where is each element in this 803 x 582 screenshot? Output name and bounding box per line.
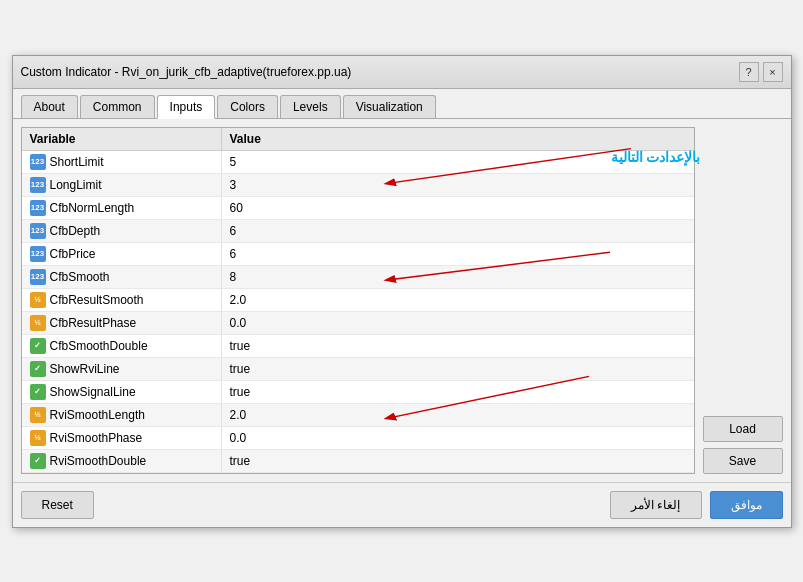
table-row[interactable]: ½ CfbResultSmooth 2.0 xyxy=(22,289,694,312)
bool-icon: ✓ xyxy=(30,384,46,400)
var-name-cell: ✓ ShowRviLine xyxy=(22,358,222,380)
var-name-cell: ½ RviSmoothPhase xyxy=(22,427,222,449)
title-bar: Custom Indicator - Rvi_on_jurik_cfb_adap… xyxy=(13,56,791,89)
side-buttons: Load Save xyxy=(703,127,783,474)
title-bar-left: Custom Indicator - Rvi_on_jurik_cfb_adap… xyxy=(21,65,352,79)
var-name-cell: 123 LongLimit xyxy=(22,174,222,196)
var-value-cell[interactable]: 3 xyxy=(222,174,694,196)
table-row[interactable]: 123 CfbNormLength 60 xyxy=(22,197,694,220)
var-name-cell: ½ CfbResultSmooth xyxy=(22,289,222,311)
save-button[interactable]: Save xyxy=(703,448,783,474)
bool-icon: ✓ xyxy=(30,453,46,469)
tab-inputs[interactable]: Inputs xyxy=(157,95,216,119)
title-bar-buttons: ? × xyxy=(739,62,783,82)
var-value-cell[interactable]: 60 xyxy=(222,197,694,219)
tab-levels[interactable]: Levels xyxy=(280,95,341,118)
table-row[interactable]: ✓ ShowSignalLine true xyxy=(22,381,694,404)
window-title: Custom Indicator - Rvi_on_jurik_cfb_adap… xyxy=(21,65,352,79)
var-value-cell[interactable]: true xyxy=(222,450,694,472)
int-icon: 123 xyxy=(30,246,46,262)
var-name-cell: 123 ShortLimit xyxy=(22,151,222,173)
tab-colors[interactable]: Colors xyxy=(217,95,278,118)
var-name: CfbNormLength xyxy=(50,201,135,215)
var-value-cell[interactable]: 8 xyxy=(222,266,694,288)
var-name: CfbResultSmooth xyxy=(50,293,144,307)
tab-about[interactable]: About xyxy=(21,95,78,118)
reset-button[interactable]: Reset xyxy=(21,491,94,519)
ok-button[interactable]: موافق xyxy=(710,491,783,519)
var-name: ShowRviLine xyxy=(50,362,120,376)
var-value-cell[interactable]: 0.0 xyxy=(222,312,694,334)
var-name: ShowSignalLine xyxy=(50,385,136,399)
var-name: RviSmoothPhase xyxy=(50,431,143,445)
table-row[interactable]: 123 CfbPrice 6 xyxy=(22,243,694,266)
footer: Reset إلغاء الأمر موافق xyxy=(13,482,791,527)
var-name: CfbResultPhase xyxy=(50,316,137,330)
var-name: CfbSmoothDouble xyxy=(50,339,148,353)
var-value-cell[interactable]: true xyxy=(222,335,694,357)
load-button[interactable]: Load xyxy=(703,416,783,442)
var-value-cell[interactable]: 6 xyxy=(222,243,694,265)
var-name: CfbSmooth xyxy=(50,270,110,284)
var-name: RviSmoothLength xyxy=(50,408,145,422)
table-header: Variable Value xyxy=(22,128,694,151)
var-name-cell: 123 CfbPrice xyxy=(22,243,222,265)
table-row[interactable]: 123 ShortLimit 5 xyxy=(22,151,694,174)
var-name-cell: ½ RviSmoothLength xyxy=(22,404,222,426)
table-row[interactable]: ✓ RviSmoothDouble true xyxy=(22,450,694,473)
var-name: RviSmoothDouble xyxy=(50,454,147,468)
table-row[interactable]: ✓ ShowRviLine true xyxy=(22,358,694,381)
table-row[interactable]: ½ RviSmoothPhase 0.0 xyxy=(22,427,694,450)
var-name-cell: ½ CfbResultPhase xyxy=(22,312,222,334)
table-row[interactable]: 123 CfbSmooth 8 xyxy=(22,266,694,289)
var-value-cell[interactable]: 5 xyxy=(222,151,694,173)
tab-common[interactable]: Common xyxy=(80,95,155,118)
footer-left-buttons: Reset xyxy=(21,491,94,519)
table-row[interactable]: 123 LongLimit 3 xyxy=(22,174,694,197)
var-name-cell: ✓ RviSmoothDouble xyxy=(22,450,222,472)
tab-visualization[interactable]: Visualization xyxy=(343,95,436,118)
var-value-cell[interactable]: 6 xyxy=(222,220,694,242)
var-name: LongLimit xyxy=(50,178,102,192)
int-icon: 123 xyxy=(30,269,46,285)
col-value-header: Value xyxy=(222,128,694,150)
footer-right-buttons: إلغاء الأمر موافق xyxy=(610,491,782,519)
var-name: CfbDepth xyxy=(50,224,101,238)
var-value-cell[interactable]: 2.0 xyxy=(222,404,694,426)
cancel-button[interactable]: إلغاء الأمر xyxy=(610,491,701,519)
table-row[interactable]: ½ RviSmoothLength 2.0 xyxy=(22,404,694,427)
table-body: 123 ShortLimit 5 123 LongLimit 3 123 C xyxy=(22,151,694,473)
var-name-cell: 123 CfbSmooth xyxy=(22,266,222,288)
variables-table: Variable Value 123 ShortLimit 5 123 Long… xyxy=(21,127,695,474)
double-icon: ½ xyxy=(30,407,46,423)
table-row[interactable]: 123 CfbDepth 6 xyxy=(22,220,694,243)
var-value-cell[interactable]: true xyxy=(222,381,694,403)
var-value-cell[interactable]: true xyxy=(222,358,694,380)
dialog-window: Custom Indicator - Rvi_on_jurik_cfb_adap… xyxy=(12,55,792,528)
var-name-cell: 123 CfbDepth xyxy=(22,220,222,242)
double-icon: ½ xyxy=(30,292,46,308)
help-button[interactable]: ? xyxy=(739,62,759,82)
double-icon: ½ xyxy=(30,315,46,331)
close-button[interactable]: × xyxy=(763,62,783,82)
var-name-cell: ✓ CfbSmoothDouble xyxy=(22,335,222,357)
col-variable-header: Variable xyxy=(22,128,222,150)
var-name-cell: ✓ ShowSignalLine xyxy=(22,381,222,403)
bool-icon: ✓ xyxy=(30,361,46,377)
var-name: CfbPrice xyxy=(50,247,96,261)
table-row[interactable]: ✓ CfbSmoothDouble true xyxy=(22,335,694,358)
main-content: Variable Value 123 ShortLimit 5 123 Long… xyxy=(13,119,791,482)
bool-icon: ✓ xyxy=(30,338,46,354)
int-icon: 123 xyxy=(30,177,46,193)
double-icon: ½ xyxy=(30,430,46,446)
int-icon: 123 xyxy=(30,223,46,239)
int-icon: 123 xyxy=(30,154,46,170)
table-row[interactable]: ½ CfbResultPhase 0.0 xyxy=(22,312,694,335)
var-value-cell[interactable]: 2.0 xyxy=(222,289,694,311)
var-name: ShortLimit xyxy=(50,155,104,169)
int-icon: 123 xyxy=(30,200,46,216)
var-name-cell: 123 CfbNormLength xyxy=(22,197,222,219)
var-value-cell[interactable]: 0.0 xyxy=(222,427,694,449)
tab-bar: About Common Inputs Colors Levels Visual… xyxy=(13,89,791,119)
